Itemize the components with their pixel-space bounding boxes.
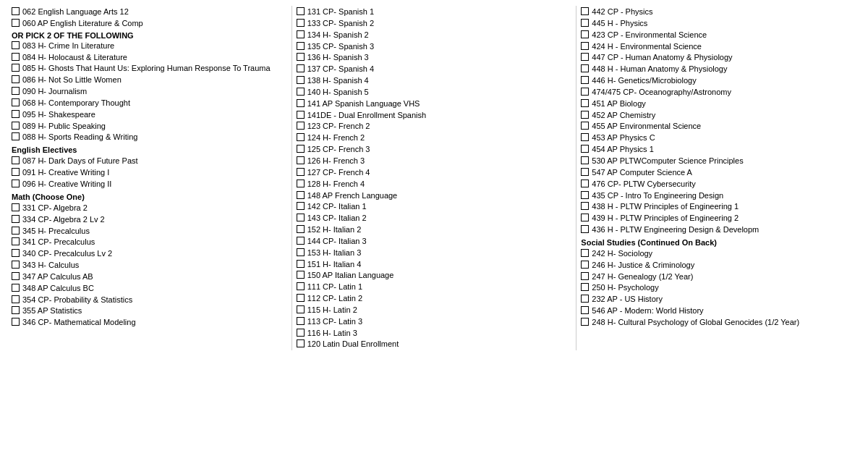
checkbox[interactable] xyxy=(297,180,305,187)
list-item: 476 CP- PLTW Cybersecurity xyxy=(581,179,856,190)
checkbox[interactable] xyxy=(581,318,589,326)
checkbox[interactable] xyxy=(581,99,589,107)
checkbox[interactable] xyxy=(297,42,305,50)
checkbox[interactable] xyxy=(12,75,20,83)
checkbox[interactable] xyxy=(297,88,305,96)
checkbox[interactable] xyxy=(12,168,20,176)
checkbox[interactable] xyxy=(12,87,20,95)
list-item: 090 H- Journalism xyxy=(12,86,287,97)
checkbox[interactable] xyxy=(581,180,589,187)
checkbox[interactable] xyxy=(581,30,589,38)
checkbox[interactable] xyxy=(297,30,305,38)
checkbox[interactable] xyxy=(297,271,305,279)
checkbox[interactable] xyxy=(12,53,20,61)
checkbox[interactable] xyxy=(581,306,589,314)
checkbox[interactable] xyxy=(297,145,305,153)
checkbox[interactable] xyxy=(297,214,305,221)
checkbox[interactable] xyxy=(297,7,305,15)
checkbox[interactable] xyxy=(12,7,20,15)
checkbox[interactable] xyxy=(12,215,20,223)
checkbox[interactable] xyxy=(297,282,305,290)
course-text: 135 CP- Spanish 3 xyxy=(307,41,572,52)
checkbox[interactable] xyxy=(12,272,20,280)
checkbox[interactable] xyxy=(297,156,305,164)
checkbox[interactable] xyxy=(12,156,20,164)
checkbox[interactable] xyxy=(297,225,305,233)
checkbox[interactable] xyxy=(581,168,589,176)
checkbox[interactable] xyxy=(297,248,305,256)
checkbox[interactable] xyxy=(581,42,589,50)
section-label: English Electives xyxy=(12,145,287,154)
checkbox[interactable] xyxy=(581,133,589,141)
checkbox[interactable] xyxy=(581,88,589,96)
checkbox[interactable] xyxy=(581,53,589,61)
course-text: 445 H - Physics xyxy=(592,18,856,29)
checkbox[interactable] xyxy=(581,261,589,269)
course-text: 123 CP- French 2 xyxy=(307,121,572,132)
checkbox[interactable] xyxy=(297,64,305,72)
checkbox[interactable] xyxy=(581,122,589,130)
checkbox[interactable] xyxy=(12,110,20,118)
checkbox[interactable] xyxy=(581,76,589,84)
checkbox[interactable] xyxy=(581,19,589,27)
checkbox[interactable] xyxy=(12,306,20,314)
checkbox[interactable] xyxy=(297,329,305,337)
checkbox[interactable] xyxy=(12,284,20,292)
checkbox[interactable] xyxy=(297,111,305,119)
checkbox[interactable] xyxy=(581,249,589,257)
checkbox[interactable] xyxy=(581,225,589,233)
checkbox[interactable] xyxy=(297,294,305,302)
course-text: 133 CP- Spanish 2 xyxy=(307,18,572,29)
list-item: 546 AP - Modern: World History xyxy=(581,305,856,316)
course-text: 476 CP- PLTW Cybersecurity xyxy=(592,179,856,190)
checkbox[interactable] xyxy=(581,64,589,72)
checkbox[interactable] xyxy=(12,122,20,130)
checkbox[interactable] xyxy=(297,305,305,313)
checkbox[interactable] xyxy=(581,191,589,199)
course-text: 141DE - Dual Enrollment Spanish xyxy=(307,110,572,121)
checkbox[interactable] xyxy=(581,7,589,15)
list-item: 134 H- Spanish 2 xyxy=(297,30,572,41)
checkbox[interactable] xyxy=(297,133,305,141)
checkbox[interactable] xyxy=(12,261,20,269)
checkbox[interactable] xyxy=(581,202,589,210)
checkbox[interactable] xyxy=(297,99,305,107)
checkbox[interactable] xyxy=(12,295,20,303)
checkbox[interactable] xyxy=(297,339,305,347)
list-item: 143 CP- Italian 2 xyxy=(297,213,572,224)
course-text: 341 CP- Precalculus xyxy=(22,237,287,248)
checkbox[interactable] xyxy=(297,191,305,199)
course-text: 095 H- Shakespeare xyxy=(22,109,287,120)
checkbox[interactable] xyxy=(581,145,589,153)
checkbox[interactable] xyxy=(12,180,20,187)
course-text: 120 Latin Dual Enrollment xyxy=(307,339,572,350)
checkbox[interactable] xyxy=(297,53,305,61)
checkbox[interactable] xyxy=(581,214,589,221)
list-item: 453 AP Physics C xyxy=(581,132,856,143)
checkbox[interactable] xyxy=(12,64,20,72)
checkbox[interactable] xyxy=(297,237,305,245)
checkbox[interactable] xyxy=(12,19,20,27)
checkbox[interactable] xyxy=(12,98,20,106)
course-text: 354 CP- Probability & Statistics xyxy=(22,295,287,305)
checkbox[interactable] xyxy=(12,318,20,326)
checkbox[interactable] xyxy=(12,203,20,211)
checkbox[interactable] xyxy=(12,227,20,235)
course-text: 111 CP- Latin 1 xyxy=(307,282,572,292)
checkbox[interactable] xyxy=(297,168,305,176)
checkbox[interactable] xyxy=(12,41,20,49)
checkbox[interactable] xyxy=(12,132,20,140)
checkbox[interactable] xyxy=(297,19,305,27)
checkbox[interactable] xyxy=(297,202,305,210)
checkbox[interactable] xyxy=(297,260,305,268)
checkbox[interactable] xyxy=(297,317,305,325)
checkbox[interactable] xyxy=(581,283,589,291)
checkbox[interactable] xyxy=(581,156,589,164)
checkbox[interactable] xyxy=(297,122,305,130)
checkbox[interactable] xyxy=(12,237,20,245)
checkbox[interactable] xyxy=(297,76,305,84)
checkbox[interactable] xyxy=(12,249,20,257)
checkbox[interactable] xyxy=(581,111,589,119)
checkbox[interactable] xyxy=(581,295,589,303)
checkbox[interactable] xyxy=(581,272,589,280)
